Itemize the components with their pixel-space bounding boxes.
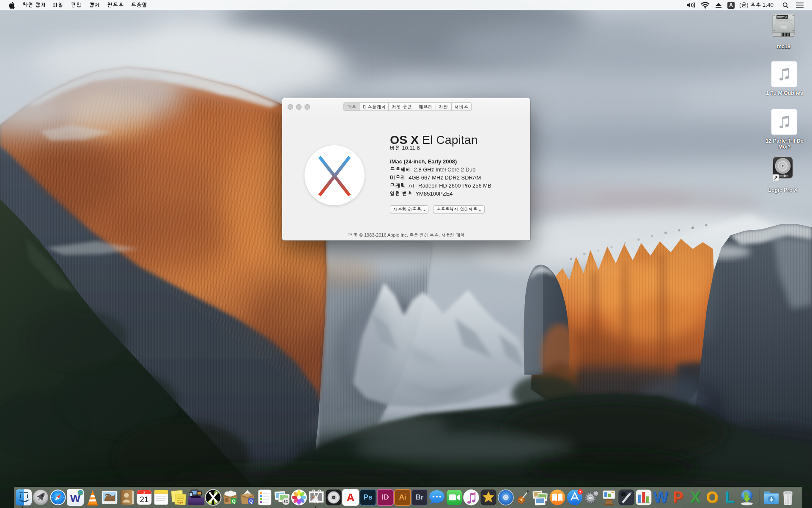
svg-text:Right: Right [178,501,183,504]
svg-text:3D: 3D [283,500,288,504]
svg-text:21: 21 [140,495,148,504]
svg-text:7: 7 [579,490,581,494]
svg-text:Q: Q [232,499,236,504]
svg-text:2: 2 [143,491,145,494]
svg-text:Q: Q [249,499,253,504]
